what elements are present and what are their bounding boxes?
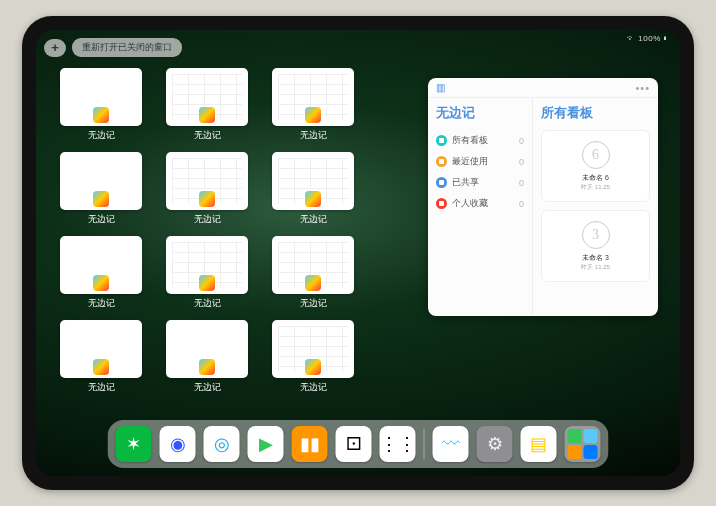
app-thumbnail[interactable]: 无边记	[60, 152, 142, 226]
nav-label: 已共享	[452, 176, 479, 189]
preview-topbar: ▥ •••	[428, 78, 658, 98]
app-thumbnail[interactable]: 无边记	[60, 236, 142, 310]
board-sketch: 6	[582, 141, 610, 169]
nav-item[interactable]: 最近使用0	[436, 151, 524, 172]
battery-icon: ▮	[661, 34, 668, 43]
nav-title: 无边记	[436, 104, 524, 122]
play-icon[interactable]: ▶	[248, 426, 284, 462]
books-icon[interactable]: ▮▮	[292, 426, 328, 462]
status-bar: ᯤ 100% ▮	[627, 34, 668, 43]
sidebar-toggle-icon[interactable]: ▥	[436, 82, 445, 93]
nav-badge-icon	[436, 198, 447, 209]
thumb-label: 无边记	[272, 129, 354, 142]
thumb-label: 无边记	[166, 213, 248, 226]
freeform-icon	[93, 191, 109, 207]
freeform-icon	[305, 275, 321, 291]
freeform-icon	[199, 107, 215, 123]
dock: ✶◉◎▶▮▮⚀⋮⋮〰⚙▤	[108, 420, 609, 468]
nodes-icon[interactable]: ⋮⋮	[380, 426, 416, 462]
freeform-icon[interactable]: 〰	[433, 426, 469, 462]
nav-label: 最近使用	[452, 155, 488, 168]
app-thumbnail[interactable]: 无边记	[166, 152, 248, 226]
freeform-icon	[93, 107, 109, 123]
top-controls: + 重新打开已关闭的窗口	[44, 38, 182, 57]
thumb-label: 无边记	[272, 381, 354, 394]
app-thumbnail[interactable]: 无边记	[272, 68, 354, 142]
nav-item[interactable]: 已共享0	[436, 172, 524, 193]
nav-count: 0	[519, 178, 524, 188]
ipad-frame: ᯤ 100% ▮ + 重新打开已关闭的窗口 无边记无边记无边记无边记无边记无边记…	[22, 16, 694, 490]
app-thumbnail[interactable]: 无边记	[166, 68, 248, 142]
board-title: 未命名 6	[582, 173, 609, 183]
thumb-window	[272, 152, 354, 210]
dock-separator	[424, 429, 425, 459]
quark-icon[interactable]: ◉	[160, 426, 196, 462]
more-icon[interactable]: •••	[635, 82, 650, 94]
preview-nav: 无边记 所有看板0最近使用0已共享0个人收藏0	[428, 98, 533, 316]
nav-item[interactable]: 个人收藏0	[436, 193, 524, 214]
board-title: 未命名 3	[582, 253, 609, 263]
multitask-grid: 无边记无边记无边记无边记无边记无边记无边记无边记无边记无边记无边记无边记	[60, 68, 354, 394]
app-thumbnail[interactable]: 无边记	[272, 236, 354, 310]
battery-text: 100%	[638, 34, 660, 43]
nav-count: 0	[519, 157, 524, 167]
reopen-closed-button[interactable]: 重新打开已关闭的窗口	[72, 38, 182, 57]
thumb-window	[166, 68, 248, 126]
app-thumbnail[interactable]: 无边记	[60, 320, 142, 394]
thumb-label: 无边记	[166, 297, 248, 310]
nav-item[interactable]: 所有看板0	[436, 130, 524, 151]
app-thumbnail[interactable]: 无边记	[272, 152, 354, 226]
qqbrowser-icon[interactable]: ◎	[204, 426, 240, 462]
app-library-icon[interactable]	[565, 426, 601, 462]
freeform-icon	[93, 359, 109, 375]
freeform-icon	[305, 359, 321, 375]
add-workspace-button[interactable]: +	[44, 39, 66, 57]
freeform-icon	[199, 275, 215, 291]
nav-badge-icon	[436, 135, 447, 146]
nav-count: 0	[519, 136, 524, 146]
board-card[interactable]: 6未命名 6昨天 11:25	[541, 130, 650, 202]
board-card[interactable]: 3未命名 3昨天 11:25	[541, 210, 650, 282]
board-subtitle: 昨天 11:25	[581, 263, 610, 272]
thumb-label: 无边记	[60, 381, 142, 394]
app-thumbnail[interactable]: 无边记	[166, 320, 248, 394]
thumb-label: 无边记	[60, 129, 142, 142]
thumb-window	[60, 152, 142, 210]
thumb-window	[60, 236, 142, 294]
freeform-icon	[93, 275, 109, 291]
thumb-window	[272, 320, 354, 378]
app-thumbnail[interactable]: 无边记	[60, 68, 142, 142]
thumb-label: 无边记	[166, 129, 248, 142]
app-preview-window[interactable]: ▥ ••• 无边记 所有看板0最近使用0已共享0个人收藏0 所有看板 6未命名 …	[428, 78, 658, 316]
thumb-label: 无边记	[60, 297, 142, 310]
wifi-icon: ᯤ	[627, 34, 638, 43]
thumb-window	[60, 320, 142, 378]
preview-body: 无边记 所有看板0最近使用0已共享0个人收藏0 所有看板 6未命名 6昨天 11…	[428, 98, 658, 316]
freeform-icon	[305, 191, 321, 207]
thumb-window	[272, 236, 354, 294]
wechat-icon[interactable]: ✶	[116, 426, 152, 462]
app-thumbnail[interactable]: 无边记	[166, 236, 248, 310]
thumb-window	[60, 68, 142, 126]
settings-icon[interactable]: ⚙	[477, 426, 513, 462]
nav-badge-icon	[436, 156, 447, 167]
freeform-icon	[305, 107, 321, 123]
preview-content: 所有看板 6未命名 6昨天 11:253未命名 3昨天 11:25	[533, 98, 658, 316]
nav-label: 个人收藏	[452, 197, 488, 210]
app-thumbnail[interactable]: 无边记	[272, 320, 354, 394]
thumb-window	[166, 236, 248, 294]
nav-label: 所有看板	[452, 134, 488, 147]
content-title: 所有看板	[541, 104, 650, 122]
dice-icon[interactable]: ⚀	[336, 426, 372, 462]
freeform-icon	[199, 191, 215, 207]
freeform-icon	[199, 359, 215, 375]
board-subtitle: 昨天 11:25	[581, 183, 610, 192]
screen: ᯤ 100% ▮ + 重新打开已关闭的窗口 无边记无边记无边记无边记无边记无边记…	[36, 30, 680, 476]
thumb-label: 无边记	[272, 213, 354, 226]
thumb-window	[272, 68, 354, 126]
thumb-label: 无边记	[272, 297, 354, 310]
board-sketch: 3	[582, 221, 610, 249]
thumb-window	[166, 320, 248, 378]
notes-icon[interactable]: ▤	[521, 426, 557, 462]
thumb-window	[166, 152, 248, 210]
